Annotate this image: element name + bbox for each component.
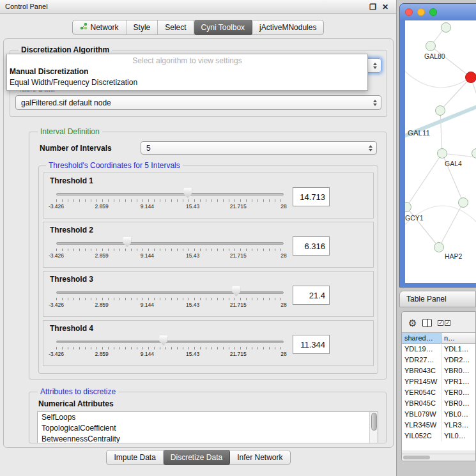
tab-network[interactable]: Network: [73, 20, 127, 35]
list-item[interactable]: TopologicalCoefficient: [38, 423, 378, 434]
table-row[interactable]: YER054CYER0…: [402, 387, 475, 398]
thresholds-group: Threshold's Coordinates for 5 Intervals …: [38, 161, 378, 374]
scale-label: 15.43: [186, 302, 199, 308]
cell[interactable]: YDL1…: [441, 344, 475, 355]
cell[interactable]: YPR1…: [441, 376, 475, 387]
tab-infer-network[interactable]: Infer Network: [230, 450, 289, 464]
node-label: GAL80: [424, 52, 445, 60]
tab-label: Infer Network: [237, 450, 282, 464]
slider-thumb[interactable]: [123, 237, 131, 247]
slider-ticks: [56, 298, 284, 300]
scale-label: 28: [280, 252, 286, 259]
column-header-shared-name[interactable]: shared…: [402, 333, 441, 343]
list-item[interactable]: BetweennessCentrality: [38, 434, 378, 443]
cell[interactable]: YBR045C: [402, 398, 441, 409]
slider-thumb[interactable]: [183, 188, 192, 198]
threshold-3-panel: Threshold 3 -3.426 2.859 9.144 15.43: [43, 271, 374, 317]
cell[interactable]: YLR345W: [402, 420, 441, 431]
close-icon[interactable]: ✕: [382, 1, 388, 14]
tab-impute-data[interactable]: Impute Data: [107, 450, 163, 464]
checkbox-icon[interactable]: ✓: [438, 320, 443, 326]
table-row[interactable]: YDR27…YDR2…: [402, 355, 475, 365]
cell[interactable]: YER054C: [402, 387, 441, 398]
threshold-1-slider[interactable]: -3.426 2.859 9.144 15.43 21.715 28: [56, 187, 284, 213]
numerical-attributes-list[interactable]: SelfLoops TopologicalCoefficient Between…: [37, 411, 378, 443]
tab-label: jActiveMNodules: [259, 20, 316, 35]
table-row[interactable]: YLR345WYLR3…: [402, 420, 475, 431]
minimize-traffic-light-icon[interactable]: [417, 8, 425, 16]
list-item[interactable]: SelfLoops: [38, 412, 378, 423]
vertical-scrollbar[interactable]: [369, 412, 378, 443]
slider-ticks: [56, 199, 284, 202]
slider-track[interactable]: [56, 242, 284, 245]
scrollbar-thumb[interactable]: [371, 413, 377, 431]
threshold-3-value-field[interactable]: 21.4: [293, 286, 330, 305]
number-of-intervals-select[interactable]: 5: [141, 141, 377, 155]
cell[interactable]: YDR27…: [402, 355, 441, 365]
cell[interactable]: YBR0…: [441, 365, 475, 376]
network-node[interactable]: [458, 197, 468, 208]
tab-cyni-toolbox[interactable]: Cyni Toolbox: [194, 20, 252, 35]
slider-track[interactable]: [56, 341, 284, 343]
select-columns-icons[interactable]: ✓ ✓: [438, 320, 450, 326]
slider-track[interactable]: [56, 291, 284, 294]
table-row[interactable]: YDL19…YDL1…: [402, 344, 475, 355]
zoom-traffic-light-icon[interactable]: [429, 8, 437, 16]
dropdown-option-equal-width-frequency[interactable]: Equal Width/Frequency Discretization: [7, 77, 367, 88]
table-columns-icon[interactable]: [422, 319, 432, 327]
slider-track[interactable]: [56, 193, 284, 196]
cell[interactable]: YBR043C: [402, 365, 441, 376]
checkbox-icon[interactable]: ✓: [445, 320, 450, 326]
network-node-selected[interactable]: [465, 72, 476, 83]
network-node-gal4[interactable]: [437, 148, 447, 158]
cell[interactable]: YDR2…: [441, 355, 475, 365]
interval-definition-group: Interval Definition Number of Intervals …: [29, 127, 387, 380]
network-node-gal11[interactable]: [435, 105, 445, 116]
table-row[interactable]: YPR145WYPR1…: [402, 376, 475, 387]
thresholds-group-title: Threshold's Coordinates for 5 Intervals: [46, 161, 183, 170]
float-window-icon[interactable]: ❐: [369, 1, 376, 14]
tab-select[interactable]: Select: [158, 20, 194, 35]
cell[interactable]: YIL052C: [402, 431, 441, 441]
scale-label: 9.144: [141, 252, 154, 259]
scrollbar-thumb[interactable]: [403, 456, 430, 459]
cell[interactable]: YER0…: [441, 387, 475, 398]
cell[interactable]: YLR3…: [441, 420, 475, 431]
threshold-4-value-field[interactable]: 11.344: [293, 335, 330, 354]
network-node-hap2[interactable]: [434, 242, 444, 252]
column-header-name[interactable]: n…: [441, 333, 475, 343]
gear-icon[interactable]: ⚙: [408, 318, 417, 328]
network-node[interactable]: [441, 22, 451, 33]
threshold-2-value-field[interactable]: 6.316: [293, 236, 330, 256]
cell[interactable]: YDL19…: [402, 344, 441, 355]
window-title: Control Panel: [5, 3, 48, 10]
cell[interactable]: YIL0…: [441, 431, 475, 441]
network-canvas[interactable]: GAL80 GAL11 GAL4 GCY1 HAP2: [405, 20, 476, 283]
table-row[interactable]: YIL052CYIL0…: [402, 431, 475, 441]
table-row[interactable]: YBR045CYBR0…: [402, 398, 475, 409]
threshold-1-value-field[interactable]: 14.713: [293, 187, 330, 206]
slider-scale: -3.426 2.859 9.144 15.43 21.715 28: [56, 302, 284, 309]
cell[interactable]: YPR145W: [402, 376, 441, 387]
tab-style[interactable]: Style: [127, 20, 158, 35]
tab-discretize-data[interactable]: Discretize Data: [164, 450, 230, 465]
cell[interactable]: YBL0…: [441, 409, 475, 420]
threshold-3-slider[interactable]: -3.426 2.859 9.144 15.43 21.715 28: [56, 286, 284, 311]
table-panel-header[interactable]: Table Panel: [399, 291, 476, 307]
threshold-2-slider[interactable]: -3.426 2.859 9.144 15.43 21.715 28: [56, 236, 284, 262]
close-traffic-light-icon[interactable]: [405, 8, 413, 16]
scale-label: 15.43: [186, 203, 199, 210]
horizontal-scrollbar[interactable]: [402, 454, 475, 461]
cell[interactable]: YBR0…: [441, 398, 475, 409]
network-window-titlebar: [400, 4, 476, 20]
dropdown-option-manual-discretization[interactable]: Manual Discretization: [7, 66, 367, 77]
slider-thumb[interactable]: [232, 286, 240, 296]
threshold-4-slider[interactable]: -3.426 2.859 9.144 15.43 21.715 28: [56, 335, 284, 360]
network-node-gal80[interactable]: [426, 41, 436, 51]
slider-thumb[interactable]: [159, 335, 167, 346]
table-row[interactable]: YBR043CYBR0…: [402, 365, 475, 376]
cell[interactable]: YBL079W: [402, 409, 441, 420]
table-data-select[interactable]: galFiltered.sif default node: [15, 95, 381, 110]
table-row[interactable]: YBL079WYBL0…: [402, 409, 475, 420]
tab-jactivemnodules[interactable]: jActiveMNodules: [252, 20, 323, 35]
